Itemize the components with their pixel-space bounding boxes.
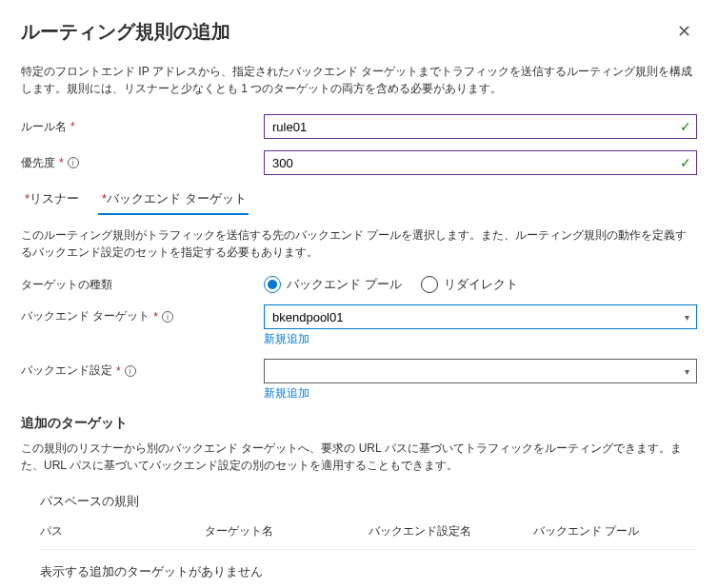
col-path: パス [40,523,205,539]
close-button[interactable]: ✕ [671,17,697,46]
backend-target-add-new-link[interactable]: 新規追加 [264,331,697,347]
check-icon: ✓ [680,155,691,170]
backend-setting-add-new-link[interactable]: 新規追加 [264,385,697,402]
backend-description: このルーティング規則がトラフィックを送信する先のバックエンド プールを選択します… [21,226,697,261]
backend-target-label: バックエンド ターゲット* i [21,304,264,324]
priority-label: 優先度* i [21,155,264,171]
col-target-name: ターゲット名 [205,523,369,539]
path-table-header: パス ターゲット名 バックエンド設定名 バックエンド プール [40,523,697,545]
page-title: ルーティング規則の追加 [21,19,230,45]
path-rules-title: パスベースの規則 [40,493,697,510]
radio-icon [421,276,438,293]
rule-name-label: ルール名* [21,119,264,135]
info-icon[interactable]: i [162,311,173,323]
radio-backend-pool[interactable]: バックエンド プール [264,276,402,293]
additional-targets-heading: 追加のターゲット [21,415,697,432]
info-icon[interactable]: i [125,365,136,377]
tab-listener[interactable]: *リスナー [21,186,81,215]
tab-backend-target[interactable]: *バックエンド ターゲット [98,186,249,215]
check-icon: ✓ [680,119,691,134]
col-setting-name: バックエンド設定名 [369,523,533,539]
radio-icon [264,276,281,293]
radio-redirect[interactable]: リダイレクト [421,276,518,293]
col-pool: バックエンド プール [533,523,698,539]
backend-target-select[interactable] [264,304,697,329]
divider [40,549,697,550]
info-icon[interactable]: i [68,157,79,168]
rule-name-input[interactable] [264,114,697,139]
additional-targets-description: この規則のリスナーから別のバックエンド ターゲットへ、要求の URL パスに基づ… [21,440,697,474]
target-type-label: ターゲットの種類 [21,277,264,293]
backend-setting-label: バックエンド設定* i [21,359,264,379]
priority-input[interactable] [264,150,697,175]
page-description: 特定のフロントエンド IP アドレスから、指定されたバックエンド ターゲットまで… [21,63,697,97]
backend-setting-select[interactable] [264,359,697,383]
path-table-empty: 表示する追加のターゲットがありません [40,554,697,588]
